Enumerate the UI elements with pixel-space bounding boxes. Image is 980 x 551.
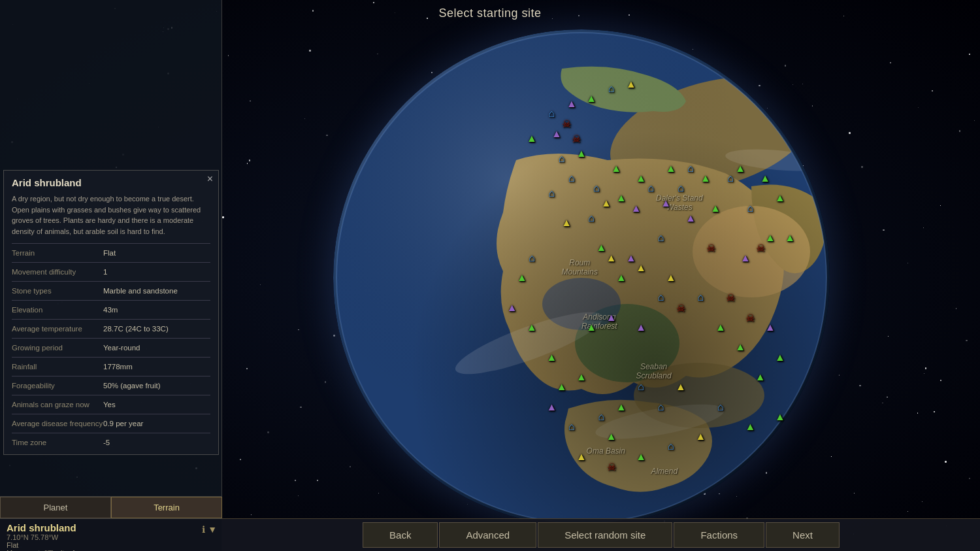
map-marker[interactable]: ▲ [666, 163, 676, 175]
map-marker[interactable]: ▲ [566, 98, 577, 110]
map-marker[interactable]: ▲ [507, 302, 517, 314]
map-marker[interactable]: ▲ [710, 203, 721, 214]
map-marker[interactable]: ▲ [745, 421, 755, 433]
globe[interactable]: Daler's StandWastes RoumMountains Andiso… [333, 29, 830, 526]
map-marker[interactable]: ⌂ [568, 173, 575, 184]
map-marker[interactable]: ⌂ [559, 153, 565, 165]
tab-terrain[interactable]: Terrain [111, 497, 222, 518]
map-marker[interactable]: ▲ [546, 352, 557, 363]
map-marker[interactable]: ⌂ [608, 83, 615, 95]
map-marker[interactable]: ▲ [527, 322, 537, 333]
map-marker[interactable]: ⌂ [588, 212, 595, 224]
map-marker[interactable]: ▲ [636, 451, 646, 463]
map-marker[interactable]: ☠ [745, 311, 755, 324]
map-marker[interactable]: ▲ [755, 371, 766, 383]
map-marker[interactable]: ⌂ [593, 182, 600, 194]
map-marker[interactable]: ▲ [760, 173, 770, 184]
map-marker[interactable]: ▲ [636, 262, 646, 274]
map-marker[interactable]: ⌂ [727, 173, 734, 184]
map-marker[interactable]: ▲ [616, 401, 627, 413]
map-marker[interactable]: ▲ [596, 242, 606, 254]
map-marker[interactable]: ▲ [616, 192, 627, 204]
map-marker[interactable]: ⌂ [658, 401, 664, 413]
info-icon[interactable]: ℹ [202, 524, 205, 535]
map-marker[interactable]: ▲ [775, 192, 785, 204]
map-marker[interactable]: ▲ [715, 322, 726, 333]
map-marker[interactable]: ▲ [765, 322, 776, 333]
map-marker[interactable]: ▲ [601, 197, 612, 209]
map-marker[interactable]: ▲ [785, 232, 795, 244]
map-marker[interactable]: ▲ [740, 252, 751, 264]
select-random-button[interactable]: Select random site [538, 522, 672, 548]
close-button[interactable]: × [207, 174, 213, 184]
map-marker[interactable]: ☠ [756, 242, 765, 254]
map-marker[interactable]: ▲ [775, 411, 785, 423]
stat-row: Elevation43m [12, 305, 210, 315]
map-marker[interactable]: ▲ [576, 148, 587, 159]
map-marker[interactable]: ⌂ [658, 232, 664, 244]
map-marker[interactable]: ▲ [626, 252, 636, 264]
map-marker[interactable]: ▲ [576, 371, 587, 383]
map-marker[interactable]: ▲ [631, 203, 642, 214]
map-marker[interactable]: ⌂ [658, 292, 664, 303]
map-marker[interactable]: ☠ [562, 118, 571, 130]
map-marker[interactable]: ☠ [676, 301, 685, 314]
back-button[interactable]: Back [363, 522, 438, 548]
map-marker[interactable]: ⌂ [598, 411, 605, 423]
map-marker[interactable]: ⌂ [678, 182, 684, 194]
map-marker[interactable]: ▲ [626, 78, 636, 90]
map-marker[interactable]: ▲ [636, 173, 646, 184]
map-marker[interactable]: ☠ [726, 292, 735, 304]
stat-label: Forageability [12, 382, 103, 390]
map-marker[interactable]: ▲ [606, 312, 617, 324]
map-marker[interactable]: ☠ [572, 133, 581, 145]
map-marker[interactable]: ▲ [606, 431, 617, 442]
map-marker[interactable]: ▲ [695, 431, 706, 442]
map-marker[interactable]: ▲ [586, 93, 596, 105]
stat-value: 50% (agave fruit) [103, 382, 210, 390]
map-marker[interactable]: ▲ [517, 272, 527, 284]
map-marker[interactable]: ▲ [576, 451, 587, 463]
map-marker[interactable]: ⌂ [529, 252, 535, 264]
map-marker[interactable]: ▲ [661, 197, 671, 209]
map-marker[interactable]: ⌂ [717, 401, 724, 413]
map-marker[interactable]: ▲ [611, 163, 621, 175]
map-marker[interactable]: ▲ [561, 217, 572, 229]
dropdown-icon[interactable]: ▼ [208, 524, 217, 535]
map-marker[interactable]: ▲ [551, 128, 562, 140]
map-marker[interactable]: ☠ [706, 242, 715, 254]
map-marker[interactable]: ▲ [527, 133, 537, 144]
map-marker[interactable]: ▲ [775, 352, 785, 363]
stat-row: Time zone-5 [12, 437, 210, 448]
map-marker[interactable]: ▲ [616, 272, 627, 284]
map-marker[interactable]: ▲ [676, 381, 686, 393]
map-marker[interactable]: ▲ [557, 381, 567, 393]
map-marker[interactable]: ⌂ [549, 108, 555, 120]
map-marker[interactable]: ⌂ [648, 182, 655, 194]
map-marker[interactable]: ▲ [735, 341, 745, 353]
map-marker[interactable]: ▲ [685, 212, 696, 224]
page-title: Select starting site [438, 7, 541, 20]
map-marker[interactable]: ▲ [700, 173, 711, 184]
map-marker[interactable]: ⌂ [747, 203, 754, 214]
map-marker[interactable]: ▲ [666, 272, 676, 284]
globe-area: Daler's StandWastes RoumMountains Andiso… [222, 20, 941, 536]
map-marker[interactable]: ▲ [735, 163, 745, 175]
map-marker[interactable]: ⌂ [698, 292, 704, 303]
map-marker[interactable]: ⌂ [638, 381, 644, 393]
map-marker[interactable]: ▲ [546, 401, 557, 413]
map-marker[interactable]: ▲ [586, 322, 596, 333]
map-marker[interactable]: ▲ [606, 252, 617, 264]
tab-planet[interactable]: Planet [0, 497, 111, 518]
next-button[interactable]: Next [766, 522, 840, 548]
map-marker[interactable]: ⌂ [549, 188, 555, 199]
map-marker[interactable]: ⌂ [568, 421, 575, 433]
map-marker[interactable]: ▲ [636, 322, 646, 333]
advanced-button[interactable]: Advanced [439, 522, 536, 548]
map-marker[interactable]: ▲ [765, 232, 776, 244]
bottom-coords: 7.10°N 75.78°W [7, 533, 216, 541]
map-marker[interactable]: ⌂ [687, 163, 694, 175]
factions-button[interactable]: Factions [674, 522, 764, 548]
map-marker[interactable]: ⌂ [668, 441, 674, 452]
map-marker[interactable]: ☠ [607, 460, 616, 473]
